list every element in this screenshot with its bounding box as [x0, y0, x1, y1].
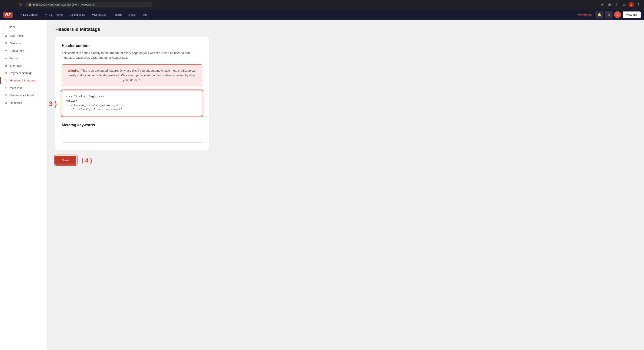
browser-refresh-btn[interactable]: ↻ — [18, 2, 23, 7]
sitemaps-icon: ☰ — [4, 64, 8, 67]
sidebar-back[interactable]: ← Back — [0, 24, 47, 32]
sidebar-item-terms[interactable]: ✏ Terms — [0, 54, 47, 62]
site-profile-icon: ⚙ — [4, 34, 8, 37]
header-section-desc: This content is added directly to the <h… — [62, 51, 202, 60]
app-body: ← Back ⚙ Site Profile 🖼 Site Icon ✏ Foot… — [0, 20, 644, 350]
headers-metatags-icon: ⚙ — [4, 79, 8, 82]
back-arrow-icon: ← — [4, 25, 7, 29]
meta-pixel-icon: f — [4, 86, 8, 90]
sidebar-item-maintenance-mode[interactable]: ⚙ Maintenance Mode — [0, 92, 47, 99]
brand-logo[interactable]: BZ — [4, 12, 12, 18]
footer-text-icon: ✏ — [4, 49, 8, 52]
sidebar-item-sitemaps[interactable]: ☰ Sitemaps — [0, 62, 47, 69]
warning-box: Warning! This is an advanced feature. On… — [62, 64, 202, 86]
maintenance-mode-icon: ⚙ — [4, 94, 8, 97]
bookmark-icon[interactable]: ★ — [600, 2, 605, 7]
nav-edit-theme[interactable]: ✏ Edit Theme — [42, 11, 66, 18]
metatag-section: Metatag keywords — [62, 123, 202, 144]
user-avatar-chrome[interactable]: S — [629, 2, 634, 7]
content-card: Header content This content is added dir… — [55, 37, 209, 150]
sidebar-item-meta-pixel[interactable]: f Meta Pixel — [0, 84, 47, 92]
save-section: Save ( 4 ) — [55, 156, 636, 169]
header-section-title: Header content — [62, 44, 202, 48]
notifications-icon[interactable]: 🔔 — [596, 11, 603, 18]
edit-content-icon: ✏ — [20, 13, 22, 16]
browser-chrome: ← → ↻ 🔒 bandzoogle.com/controlpanel/cust… — [0, 0, 644, 9]
warning-label: Warning! — [68, 69, 80, 72]
profile-icon[interactable]: ▭ — [621, 2, 627, 7]
payment-settings-icon: $ — [4, 71, 8, 75]
annotation-3: ( 3 ) — [47, 100, 57, 108]
nav-help[interactable]: Help — [139, 11, 150, 18]
code-textarea-wrapper: ( 3 ) <!-- SiteTran Begin --> <style> .s… — [62, 91, 202, 117]
metatag-textarea[interactable] — [62, 130, 202, 143]
nav-edit-content[interactable]: ✏ Edit Content — [17, 11, 42, 18]
edit-theme-icon: ✏ — [45, 13, 47, 16]
browser-back-btn[interactable]: ← — [2, 2, 8, 7]
view-site-button[interactable]: View site — [623, 11, 640, 18]
sidebar-item-footer-text[interactable]: ✏ Footer Text — [0, 47, 47, 54]
extensions-icon[interactable]: ▣ — [607, 2, 612, 7]
metatag-section-title: Metatag keywords — [62, 123, 202, 127]
address-bar[interactable]: 🔒 bandzoogle.com/controlpanel/custom_hea… — [25, 2, 153, 7]
nav-reports[interactable]: Reports — [110, 11, 125, 18]
nav-mailing-list[interactable]: Mailing List — [89, 11, 108, 18]
sidebar: ← Back ⚙ Site Profile 🖼 Site Icon ✏ Foot… — [0, 20, 47, 350]
terms-icon: ✏ — [4, 57, 8, 60]
page-title: Headers & Metatags — [55, 26, 636, 32]
nav-selling-tools[interactable]: Selling Tools — [66, 11, 88, 18]
annotation-4: ( 4 ) — [82, 157, 92, 164]
browser-actions: ★ ▣ ⇓ ▭ S ⋮ — [600, 2, 642, 7]
menu-icon[interactable]: ⋮ — [636, 2, 642, 7]
app-navbar: BZ ✏ Edit Content ✏ Edit Theme Selling T… — [0, 9, 644, 20]
user-avatar-nav[interactable]: S — [614, 11, 621, 18]
browser-forward-btn[interactable]: → — [10, 2, 16, 7]
main-content: Headers & Metatags Header content This c… — [47, 20, 644, 350]
header-code-textarea[interactable]: <!-- SiteTran Begin --> <style> .sitetra… — [62, 91, 202, 116]
redirects-icon: ⚙ — [4, 101, 8, 104]
download-icon[interactable]: ⇓ — [614, 2, 620, 7]
warning-text: Warning! This is an advanced feature. On… — [66, 68, 198, 82]
sidebar-item-site-profile[interactable]: ⚙ Site Profile — [0, 32, 47, 39]
sidebar-item-site-icon[interactable]: 🖼 Site Icon — [0, 39, 47, 47]
nav-files[interactable]: Files — [126, 11, 138, 18]
settings-icon[interactable]: ⚙ — [605, 11, 612, 18]
sidebar-item-redirects[interactable]: ⚙ Redirects — [0, 99, 47, 107]
url-text: bandzoogle.com/controlpanel/custom_heade… — [33, 3, 94, 6]
save-button[interactable]: Save — [55, 156, 76, 165]
site-icon-icon: 🖼 — [4, 42, 8, 45]
navbar-right: UPGRADE 🔔 ⚙ S View site — [576, 11, 640, 18]
sidebar-item-payment-settings[interactable]: $ Payment Settings — [0, 69, 47, 77]
sidebar-item-headers-metatags[interactable]: ⚙ Headers & Metatags — [0, 77, 47, 84]
upgrade-button[interactable]: UPGRADE — [576, 12, 594, 17]
